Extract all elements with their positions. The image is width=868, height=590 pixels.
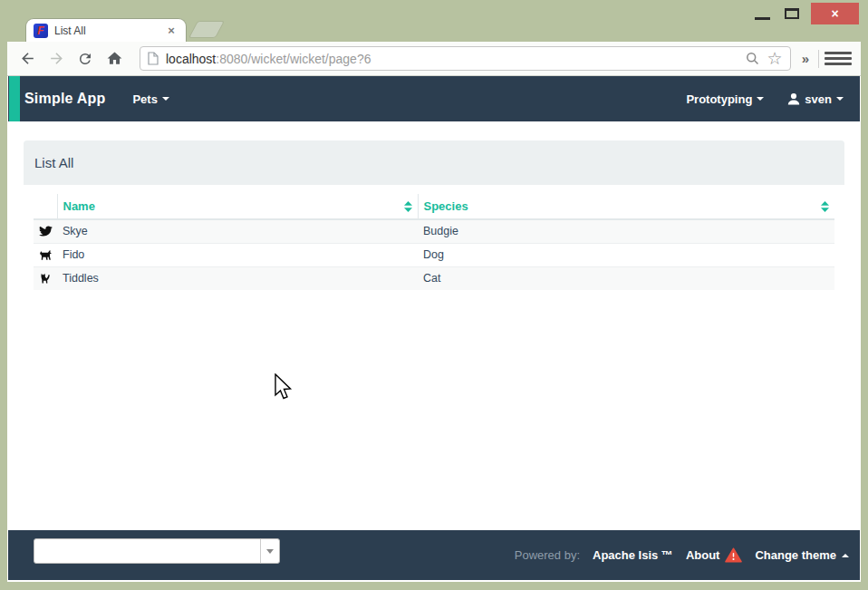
desktop: F List All × × localhost:8080/wicket/wic… [0, 0, 868, 590]
caret-down-icon [266, 549, 274, 554]
warning-icon [725, 547, 742, 563]
page-content: List All Name Species [7, 121, 861, 530]
caret-down-icon [757, 97, 764, 101]
close-window-icon: × [831, 7, 838, 20]
caret-up-icon [842, 554, 849, 557]
icon-column-header [34, 194, 57, 219]
combobox-value [34, 539, 260, 563]
column-header-name[interactable]: Name [57, 194, 418, 219]
extensions-overflow-icon[interactable]: » [798, 51, 813, 66]
app-brand[interactable]: Simple App [24, 91, 105, 107]
bookmark-star-icon[interactable]: ☆ [767, 50, 783, 67]
pet-name-link[interactable]: Tiddles [63, 272, 99, 285]
pet-name-link[interactable]: Fido [63, 248, 84, 261]
pet-species: Cat [418, 266, 834, 290]
pet-species: Budgie [418, 219, 834, 243]
reload-button[interactable] [72, 46, 98, 72]
dog-icon [39, 248, 53, 261]
back-button[interactable] [14, 46, 40, 72]
address-bar[interactable]: localhost:8080/wicket/wicket/page?6 ☆ [140, 46, 791, 71]
window-edge [7, 580, 861, 582]
maximize-button[interactable] [785, 8, 799, 19]
menu-prototyping[interactable]: Prototyping [686, 92, 764, 106]
theme-combobox[interactable] [34, 538, 280, 564]
app-navbar: Simple App Pets Prototyping sven [7, 76, 861, 121]
menu-hamburger-icon[interactable] [825, 48, 852, 70]
about-link[interactable]: About [686, 547, 743, 563]
close-window-button[interactable]: × [811, 3, 859, 24]
table-row[interactable]: Skye Budgie [34, 219, 834, 243]
app-footer: Powered by: Apache Isis ™ About Change t… [7, 530, 861, 580]
cat-icon [39, 272, 52, 285]
home-button[interactable] [101, 46, 127, 72]
powered-by-label: Powered by: [515, 548, 580, 562]
combobox-dropdown-button[interactable] [260, 539, 279, 563]
forward-button[interactable] [43, 46, 69, 72]
apache-isis-link[interactable]: Apache Isis ™ [593, 548, 673, 562]
new-tab-button[interactable] [188, 21, 225, 38]
pet-species: Dog [418, 243, 834, 266]
change-theme-link[interactable]: Change theme [755, 548, 849, 562]
browser-toolbar: localhost:8080/wicket/wicket/page?6 ☆ » [7, 42, 861, 76]
zoom-search-icon[interactable] [745, 51, 760, 66]
menu-pets[interactable]: Pets [132, 92, 169, 106]
list-panel: List All Name Species [24, 140, 844, 290]
sort-icon[interactable] [404, 201, 412, 212]
pet-name-link[interactable]: Skye [63, 225, 88, 237]
sort-icon[interactable] [821, 201, 829, 212]
user-icon [787, 92, 800, 105]
panel-title: List All [24, 140, 844, 185]
toolbar-separator [818, 50, 819, 68]
browser-tab[interactable]: F List All × [25, 18, 187, 42]
caret-down-icon [836, 97, 844, 101]
theme-ribbon [9, 76, 20, 127]
page-icon [148, 52, 159, 65]
url-text: localhost:8080/wicket/wicket/page?6 [166, 52, 745, 66]
favicon-icon: F [34, 24, 48, 38]
table-row[interactable]: Fido Dog [34, 243, 834, 266]
minimize-button[interactable] [755, 17, 770, 20]
table-row[interactable]: Tiddles Cat [34, 266, 834, 290]
column-header-species[interactable]: Species [418, 194, 834, 219]
menu-user[interactable]: sven [787, 92, 844, 106]
pets-table: Name Species Skye [34, 194, 834, 290]
twitter-bird-icon [39, 226, 53, 237]
caret-down-icon [162, 97, 169, 101]
tab-title: List All [54, 24, 164, 37]
tab-close-icon[interactable]: × [164, 24, 178, 37]
